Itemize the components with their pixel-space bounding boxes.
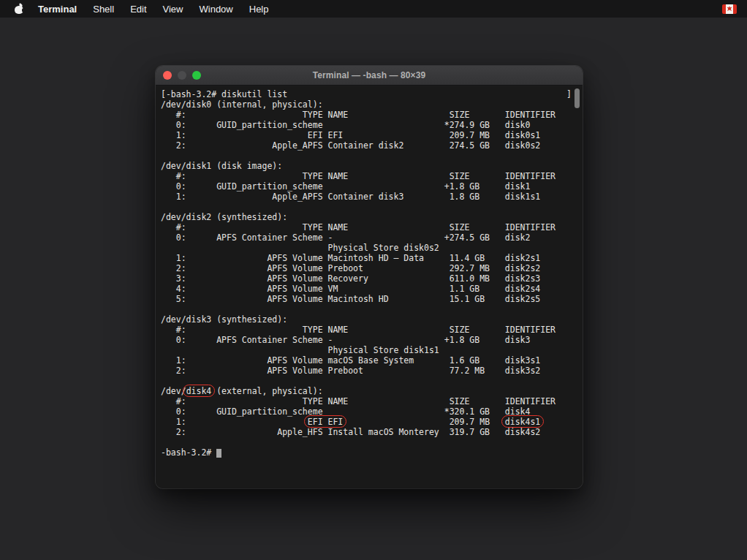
- menu-item-window[interactable]: Window: [192, 0, 241, 18]
- terminal-line: -bash-3.2#: [161, 447, 583, 458]
- terminal-text: Physical Store disk0s2: [161, 243, 439, 253]
- terminal-line: [161, 437, 583, 447]
- terminal-text: 2: Apple_HFS Install macOS Monterey 319.…: [161, 427, 540, 437]
- terminal-line: 2: APFS Volume Preboot 292.7 MB disk2s2: [161, 263, 583, 273]
- close-button[interactable]: [163, 71, 172, 80]
- terminal-line: /dev/disk2 (synthesized):: [161, 212, 583, 222]
- terminal-text: 209.7 MB: [343, 417, 505, 427]
- terminal-line: [161, 304, 583, 314]
- apple-bite-shape: [22, 8, 26, 12]
- terminal-line: 1: APFS Volume Macintosh HD — Data 11.4 …: [161, 253, 583, 263]
- terminal-text: 1: EFI EFI 209.7 MB disk0s1: [161, 130, 540, 140]
- terminal-content[interactable]: [-bash-3.2# diskutil list/dev/disk0 (int…: [156, 86, 583, 488]
- terminal-text: [-bash-3.2# diskutil list: [161, 89, 287, 99]
- terminal-line: 2: Apple_HFS Install macOS Monterey 319.…: [161, 427, 583, 437]
- terminal-text: 5: APFS Volume Macintosh HD 15.1 GB disk…: [161, 294, 540, 304]
- window-title: Terminal — -bash — 80×39: [313, 70, 426, 80]
- terminal-line: 1: Apple_APFS Container disk3 1.8 GB dis…: [161, 192, 583, 202]
- terminal-line: 2: APFS Volume Preboot 77.2 MB disk3s2: [161, 366, 583, 376]
- terminal-line: Physical Store disk0s2: [161, 243, 583, 253]
- terminal-text: 0: GUID_partition_scheme *274.9 GB disk0: [161, 120, 530, 130]
- terminal-text: #: TYPE NAME SIZE IDENTIFIER: [161, 171, 555, 181]
- scrollbar-thumb[interactable]: [575, 88, 580, 108]
- terminal-line: #: TYPE NAME SIZE IDENTIFIER: [161, 110, 583, 120]
- command-mark-bracket: ]: [566, 89, 572, 99]
- menu-item-terminal[interactable]: Terminal: [30, 0, 85, 18]
- terminal-text: 1: APFS Volume Macintosh HD — Data 11.4 …: [161, 253, 540, 263]
- terminal-text: -bash-3.2#: [161, 447, 216, 458]
- terminal-line: 5: APFS Volume Macintosh HD 15.1 GB disk…: [161, 294, 583, 304]
- menu-item-shell[interactable]: Shell: [85, 0, 122, 18]
- terminal-line: 0: APFS Container Scheme - +1.8 GB disk3: [161, 335, 583, 345]
- terminal-text: #: TYPE NAME SIZE IDENTIFIER: [161, 396, 555, 406]
- annotation-circle: disk4s1: [505, 417, 540, 427]
- terminal-text: 1: APFS Volume macOS Base System 1.6 GB …: [161, 355, 540, 366]
- terminal-line: [161, 202, 583, 212]
- minimize-button[interactable]: [178, 71, 186, 80]
- terminal-text: /dev/disk2 (synthesized):: [161, 212, 287, 222]
- terminal-line: Physical Store disk1s1: [161, 345, 583, 355]
- traffic-lights: [163, 66, 201, 85]
- terminal-line: 0: GUID_partition_scheme *320.1 GB disk4: [161, 406, 583, 417]
- terminal-text: 2: Apple_APFS Container disk2 274.5 GB d…: [161, 140, 540, 151]
- terminal-line: 4: APFS Volume VM 1.1 GB disk2s4: [161, 284, 583, 294]
- annotation-circle: disk4: [186, 386, 212, 396]
- terminal-line: #: TYPE NAME SIZE IDENTIFIER: [161, 396, 583, 406]
- terminal-text: 0: GUID_partition_scheme *320.1 GB disk4: [161, 406, 530, 417]
- terminal-text: 0: APFS Container Scheme - +274.5 GB dis…: [161, 232, 530, 243]
- terminal-line: 0: GUID_partition_scheme +1.8 GB disk1: [161, 181, 583, 192]
- terminal-line: 1: EFI EFI 209.7 MB disk4s1: [161, 417, 583, 427]
- terminal-line: 1: APFS Volume macOS Base System 1.6 GB …: [161, 355, 583, 366]
- terminal-line: 0: GUID_partition_scheme *274.9 GB disk0: [161, 120, 583, 130]
- menu-item-view[interactable]: View: [155, 0, 192, 18]
- terminal-text: 2: APFS Volume Preboot 77.2 MB disk3s2: [161, 366, 540, 376]
- terminal-line: /dev/disk4 (external, physical):: [161, 386, 583, 396]
- maple-leaf-icon: [727, 6, 732, 12]
- flag-middle: [726, 4, 733, 14]
- terminal-line: 1: EFI EFI 209.7 MB disk0s1: [161, 130, 583, 140]
- terminal-text: 0: APFS Container Scheme - +1.8 GB disk3: [161, 335, 530, 345]
- terminal-line: [-bash-3.2# diskutil list: [161, 89, 583, 99]
- terminal-line: 0: APFS Container Scheme - +274.5 GB dis…: [161, 232, 583, 243]
- terminal-text: 0: GUID_partition_scheme +1.8 GB disk1: [161, 181, 530, 192]
- terminal-text: 1: Apple_APFS Container disk3 1.8 GB dis…: [161, 192, 540, 202]
- terminal-cursor: [216, 449, 221, 458]
- terminal-text: #: TYPE NAME SIZE IDENTIFIER: [161, 222, 555, 232]
- terminal-line: /dev/disk0 (internal, physical):: [161, 99, 583, 110]
- terminal-text: /dev/disk0 (internal, physical):: [161, 99, 323, 110]
- terminal-text: 2: APFS Volume Preboot 292.7 MB disk2s2: [161, 263, 540, 273]
- terminal-line: #: TYPE NAME SIZE IDENTIFIER: [161, 222, 583, 232]
- terminal-text: Physical Store disk1s1: [161, 345, 439, 355]
- window-titlebar[interactable]: Terminal — -bash — 80×39: [156, 66, 583, 86]
- terminal-text: #: TYPE NAME SIZE IDENTIFIER: [161, 110, 555, 120]
- canada-flag-icon[interactable]: [722, 4, 737, 14]
- zoom-button[interactable]: [192, 71, 201, 80]
- terminal-text: /dev/: [161, 386, 186, 396]
- flag-right-band: [733, 4, 737, 14]
- terminal-text: #: TYPE NAME SIZE IDENTIFIER: [161, 325, 555, 335]
- terminal-text: 1:: [161, 417, 308, 427]
- terminal-text: /dev/disk3 (synthesized):: [161, 314, 287, 325]
- terminal-text: (external, physical):: [211, 386, 322, 396]
- terminal-line: [161, 376, 583, 386]
- apple-logo-icon[interactable]: [14, 3, 24, 15]
- terminal-line: 2: Apple_APFS Container disk2 274.5 GB d…: [161, 140, 583, 151]
- terminal-text: 4: APFS Volume VM 1.1 GB disk2s4: [161, 284, 540, 294]
- menu-bar: Terminal Shell Edit View Window Help: [0, 0, 747, 18]
- terminal-line: /dev/disk1 (disk image):: [161, 161, 583, 171]
- menu-item-help[interactable]: Help: [241, 0, 277, 18]
- terminal-line: /dev/disk3 (synthesized):: [161, 314, 583, 325]
- menu-item-edit[interactable]: Edit: [122, 0, 154, 18]
- terminal-line: [161, 151, 583, 161]
- terminal-line: #: TYPE NAME SIZE IDENTIFIER: [161, 171, 583, 181]
- terminal-line: 3: APFS Volume Recovery 611.0 MB disk2s3: [161, 273, 583, 284]
- terminal-window: Terminal — -bash — 80×39 [-bash-3.2# dis…: [156, 66, 583, 488]
- terminal-output: [-bash-3.2# diskutil list/dev/disk0 (int…: [161, 89, 583, 458]
- terminal-text: 3: APFS Volume Recovery 611.0 MB disk2s3: [161, 273, 540, 284]
- terminal-line: #: TYPE NAME SIZE IDENTIFIER: [161, 325, 583, 335]
- terminal-text: /dev/disk1 (disk image):: [161, 161, 282, 171]
- annotation-circle: EFI EFI: [308, 417, 343, 427]
